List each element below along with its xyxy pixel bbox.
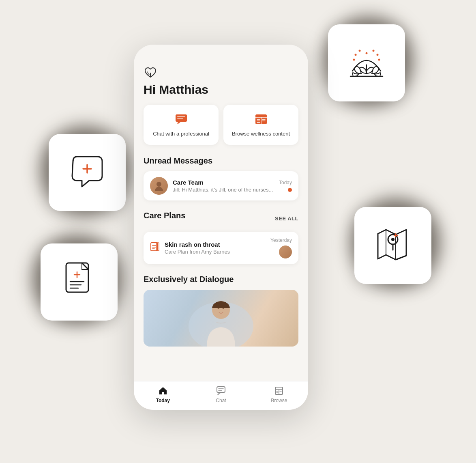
svg-point-5 bbox=[378, 59, 380, 61]
map-icon bbox=[371, 222, 415, 269]
chat-professional-label: Chat with a professional bbox=[153, 131, 209, 138]
bottom-nav: Today Chat bbox=[134, 381, 308, 410]
browse-nav-icon bbox=[274, 385, 284, 396]
nav-chat[interactable]: Chat bbox=[192, 385, 250, 403]
message-time: Today bbox=[279, 180, 292, 185]
messages-title: Unread Messages bbox=[144, 156, 298, 166]
care-plan-sub: Care Plan from Amy Barnes bbox=[165, 249, 266, 255]
nav-browse-label: Browse bbox=[271, 398, 287, 403]
svg-point-6 bbox=[353, 59, 355, 61]
home-icon bbox=[158, 385, 168, 396]
chat-professional-icon bbox=[174, 112, 189, 127]
svg-rect-40 bbox=[217, 387, 225, 392]
svg-point-1 bbox=[373, 50, 375, 52]
svg-point-33 bbox=[157, 182, 161, 187]
lotus-icon bbox=[344, 42, 389, 84]
svg-point-19 bbox=[391, 238, 395, 241]
message-sender: Care Team bbox=[173, 179, 274, 186]
messages-section: Unread Messages Care Team Jill: Hi Matth… bbox=[144, 156, 298, 200]
message-card[interactable]: Care Team Jill: Hi Matthias, it's Jill, … bbox=[144, 171, 298, 200]
greeting-text: Hi Matthias bbox=[144, 83, 298, 97]
svg-point-0 bbox=[366, 52, 368, 54]
chat-nav-icon bbox=[216, 385, 226, 396]
care-plan-icon bbox=[150, 242, 160, 254]
unread-dot bbox=[288, 188, 292, 192]
document-icon bbox=[59, 259, 99, 305]
browse-wellness-label: Browse wellness content bbox=[232, 131, 290, 138]
care-plan-title: Skin rash on throat bbox=[165, 241, 266, 248]
lotus-card bbox=[328, 24, 405, 101]
message-preview: Jill: Hi Matthias, it's Jill, one of the… bbox=[173, 187, 274, 193]
phone-content: Hi Matthias Chat with a professional bbox=[134, 45, 308, 381]
care-plan-card[interactable]: Skin rash on throat Care Plan from Amy B… bbox=[144, 232, 298, 264]
map-card bbox=[354, 207, 431, 284]
quick-actions: Chat with a professional bbox=[144, 105, 298, 145]
app-logo bbox=[144, 66, 298, 80]
exclusive-title: Exclusively at Dialogue bbox=[144, 275, 298, 284]
care-plan-avatar bbox=[279, 245, 292, 258]
chat-plus-card bbox=[49, 134, 126, 211]
care-plans-title: Care Plans bbox=[144, 211, 185, 220]
browse-wellness-icon bbox=[254, 112, 268, 127]
exclusive-image[interactable] bbox=[144, 290, 298, 347]
svg-point-4 bbox=[355, 54, 357, 56]
care-plan-meta: Yesterday bbox=[270, 237, 292, 258]
care-plan-info: Skin rash on throat Care Plan from Amy B… bbox=[165, 241, 266, 255]
document-card bbox=[41, 243, 118, 321]
care-plans-section: Care Plans SEE ALL Skin ra bbox=[144, 211, 298, 264]
svg-rect-22 bbox=[176, 114, 187, 122]
care-plan-time: Yesterday bbox=[270, 237, 292, 243]
nav-browse[interactable]: Browse bbox=[250, 385, 308, 403]
svg-point-3 bbox=[377, 54, 379, 56]
phone-mockup: Hi Matthias Chat with a professional bbox=[134, 45, 308, 410]
browse-wellness-card[interactable]: Browse wellness content bbox=[223, 105, 298, 145]
nav-today[interactable]: Today bbox=[134, 385, 192, 403]
care-plans-header: Care Plans SEE ALL bbox=[144, 211, 298, 226]
message-info: Care Team Jill: Hi Matthias, it's Jill, … bbox=[173, 179, 274, 193]
svg-point-2 bbox=[359, 50, 361, 52]
avatar bbox=[150, 177, 168, 195]
nav-chat-label: Chat bbox=[216, 398, 226, 403]
nav-today-label: Today bbox=[156, 398, 169, 403]
chat-professional-card[interactable]: Chat with a professional bbox=[144, 105, 219, 145]
message-meta: Today bbox=[279, 180, 292, 192]
see-all-button[interactable]: SEE ALL bbox=[275, 215, 298, 222]
chat-plus-icon bbox=[65, 149, 109, 196]
exclusive-section: Exclusively at Dialogue bbox=[144, 275, 298, 347]
